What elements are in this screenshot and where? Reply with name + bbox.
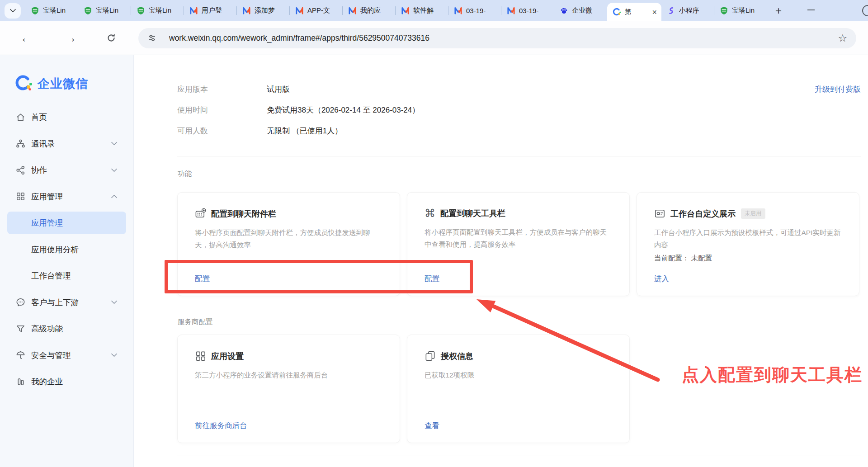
browser-tab[interactable]: 宝塔Lin [131,0,184,21]
umbrella-icon [15,350,26,360]
sidebar-item-collaboration[interactable]: 协作 [0,157,133,184]
upgrade-to-paid-link[interactable]: 升级到付费版 [815,84,861,94]
miniprogram-icon [667,6,675,15]
new-tab-button[interactable]: + [771,3,786,19]
sidebar-item-label: 应用管理 [31,191,63,202]
bottom-divider [177,456,861,456]
sidebar: 企业微信 首页 通讯录 协作 应用管理 [0,55,134,467]
annotation-arrow [470,289,669,393]
browser-toolbar: ← → work.weixin.qq.com/wework_admin/fram… [0,21,868,55]
org-chart-icon [15,138,26,149]
card-description: 将小程序页面配置到聊天附件栏，方便成员快捷发送到聊天，提高沟通效率 [195,226,382,251]
info-value: 试用版 [267,84,290,94]
card-title: 应用设置 [211,351,244,362]
card-description: 工作台小程序入口展示为预设模板样式，可通过API实时更新内容 [654,226,842,251]
m-logo-icon [454,6,462,15]
baota-shield-icon [84,6,92,15]
baota-shield-icon [31,6,39,15]
sidebar-menu: 首页 通讯录 协作 应用管理 应用管理 [0,104,133,395]
tab-close-icon[interactable]: × [650,8,659,16]
sidebar-item-label: 通讯录 [31,138,55,149]
sidebar-item-security-management[interactable]: 安全与管理 [0,342,133,369]
tab-label: 软件解 [413,6,447,15]
sidebar-item-label: 高级功能 [31,323,63,334]
sidebar-subitem-row: 应用使用分析 [0,236,133,263]
share-icon [15,165,26,175]
baota-shield-icon [720,6,728,15]
card-title: 配置到聊天附件栏 [211,208,276,219]
view-authorization-link[interactable]: 查看 [425,421,439,431]
browser-tab[interactable]: 小程序 [661,0,714,21]
browser-tab[interactable]: 宝塔Lin [714,0,767,21]
forward-icon[interactable]: → [61,31,80,45]
chat-bubble-icon [15,297,26,307]
funnel-icon [15,324,26,334]
card-app-settings: 应用设置 第三方小程序的业务设置请前往服务商后台 前往服务商后台 [177,335,400,443]
m-logo-icon [242,6,251,15]
window-icon [654,208,665,219]
reload-icon[interactable] [106,33,117,43]
card-description: 第三方小程序的业务设置请前往服务商后台 [195,369,382,381]
sidebar-item-my-company[interactable]: 我的企业 [0,368,133,395]
site-settings-icon[interactable] [147,33,156,42]
info-value: 无限制 （已使用1人） [267,126,342,136]
browser-tab[interactable]: 用户登 [184,0,237,21]
browser-tab[interactable]: 添加梦 [237,0,290,21]
sidebar-subitem-row: 工作台管理 [0,263,133,289]
card-title: 配置到聊天工具栏 [440,208,505,219]
minimize-icon[interactable] [807,9,815,10]
baidu-icon [560,6,568,15]
sidebar-subitem-app-usage-analytics[interactable]: 应用使用分析 [7,238,126,261]
wecom-icon [613,8,621,16]
tab-label: 企业微 [572,6,605,15]
browser-tab[interactable]: 我的应 [343,0,396,21]
sidebar-item-label: 我的企业 [31,376,63,387]
provider-section-title: 服务商配置 [178,317,213,327]
sidebar-item-app-management[interactable]: 应用管理 [0,184,133,210]
browser-tab[interactable]: 企业微 [554,0,607,21]
browser-tab[interactable]: 03-19- [501,0,554,21]
app-info-block: 应用版本 试用版 使用时间 免费试用38天（2026-02-14 至 2026-… [177,79,778,141]
annotation-text: 点入配置到聊天工具栏 [682,363,863,387]
window-restore-icon[interactable] [862,5,868,16]
tab-label: 03-19- [519,7,552,14]
m-logo-icon [348,6,357,15]
info-label: 使用时间 [177,105,267,115]
sidebar-item-advanced-features[interactable]: 高级功能 [0,316,133,342]
chevron-down-icon [111,300,117,304]
features-section-title: 功能 [178,169,192,179]
copy-icon [425,350,436,362]
sidebar-item-contacts[interactable]: 通讯录 [0,131,133,157]
info-row: 应用版本 试用版 [177,79,778,99]
address-bar[interactable]: work.weixin.qq.com/wework_admin/frame#/a… [138,28,856,48]
card-title: 工作台自定义展示 [670,208,736,219]
browser-tab[interactable]: APP-文 [290,0,343,21]
info-row: 使用时间 免费试用38天（2026-02-14 至 2026-03-24） [177,99,778,120]
browser-tab[interactable]: 软件解 [396,0,448,21]
tab-label: 第 [625,8,650,16]
info-label: 可用人数 [177,126,267,136]
chevron-up-icon [111,194,117,198]
chevron-down-icon [111,168,117,172]
browser-tab[interactable]: 03-19- [448,0,501,21]
sidebar-subitem-label: 应用管理 [31,217,63,228]
sidebar-item-customers[interactable]: 客户与上下游 [0,289,133,316]
browser-tab[interactable]: 宝塔Lin [25,0,78,21]
sidebar-subitem-workbench-management[interactable]: 工作台管理 [7,264,126,287]
enter-workbench-link[interactable]: 进入 [654,274,669,284]
url-text[interactable]: work.weixin.qq.com/wework_admin/frame#/a… [169,33,838,43]
status-badge: 未启用 [741,208,765,219]
sidebar-item-home[interactable]: 首页 [0,104,133,131]
tab-label: 用户登 [202,6,235,15]
tab-search-chevron-icon[interactable] [5,3,21,19]
m-logo-icon [401,6,410,15]
browser-tab[interactable]: 宝塔Lin [78,0,131,21]
m-logo-icon [295,6,304,15]
back-icon[interactable]: ← [17,31,35,45]
sidebar-subitem-app-management[interactable]: 应用管理 [7,212,126,234]
go-to-provider-backend-link[interactable]: 前往服务商后台 [195,421,247,431]
browser-tab-active[interactable]: 第 × [607,3,661,21]
card-title: 授权信息 [441,351,473,362]
browser-tab-strip: 宝塔Lin 宝塔Lin 宝塔Lin 用户登 添加梦 APP-文 我的应 软件解 … [0,0,868,21]
bookmark-star-icon[interactable]: ☆ [838,32,847,44]
